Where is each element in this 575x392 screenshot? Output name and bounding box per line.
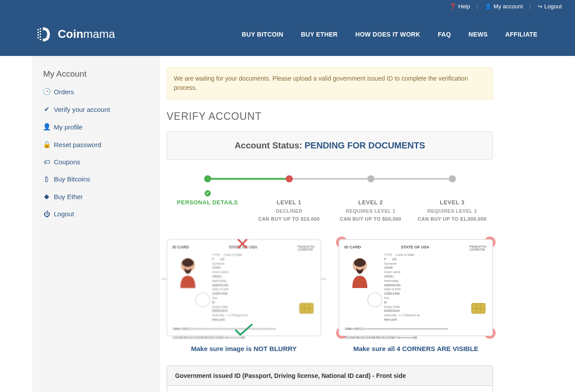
example-blurry: ✕ ID CARDSTATE OF USAPassport No.1234567…: [167, 239, 321, 352]
account-status-box: Account Status: PENDING FOR DOCUMENTS: [167, 131, 493, 160]
step-dot: [367, 175, 374, 182]
logo-text: Coinmama: [58, 27, 115, 41]
id-examples: ✕ ID CARDSTATE OF USAPassport No.1234567…: [167, 239, 493, 352]
main-header: Coinmama BUY BITCOIN BUY ETHER HOW DOES …: [0, 12, 575, 56]
clock-icon: 🕒: [43, 88, 50, 96]
id-card-clear: ID CARDSTATE OF USAPassport No.123456789…: [339, 239, 493, 336]
svg-rect-7: [40, 36, 41, 37]
sidebar-buy-bitcoins[interactable]: ₿Buy Bitcoins: [43, 175, 149, 183]
nav-news[interactable]: NEWS: [469, 31, 488, 38]
example-caption: Make sure image is NOT BLURRY: [167, 345, 321, 352]
nav-affiliate[interactable]: AFFILIATE: [505, 31, 538, 38]
id-photo: [172, 253, 203, 288]
logo[interactable]: Coinmama: [37, 26, 115, 43]
sidebar-logout[interactable]: ⏻Logout: [43, 210, 149, 218]
svg-rect-3: [40, 31, 41, 32]
step-line: [289, 178, 371, 180]
step-title: LEVEL 1: [248, 199, 330, 206]
nav-buy-ether[interactable]: BUY ETHER: [301, 31, 337, 38]
check-icon: ✔: [43, 105, 50, 113]
upload-section: Government issued ID (Passport, Driving …: [167, 366, 493, 392]
step-sub: REQUIRES LEVEL 1: [330, 208, 411, 214]
step-buy-limit: CAN BUY UP TO $1,000,000: [411, 216, 493, 222]
nav-how[interactable]: HOW DOES IT WORK: [355, 31, 420, 38]
sidebar-orders[interactable]: 🕒Orders: [43, 88, 149, 96]
example-corners: ID CARDSTATE OF USAPassport No.123456789…: [339, 239, 493, 352]
id-lbl: Passport No.: [298, 245, 315, 248]
id-val: 123456789: [298, 248, 313, 251]
sidebar-buy-ether[interactable]: ◆Buy Ether: [43, 192, 149, 200]
svg-rect-6: [37, 37, 39, 38]
sidebar-label: Verify your account: [54, 106, 110, 113]
logo-icon: [37, 26, 53, 43]
seal-icon: [367, 292, 382, 307]
logout-label: Logout: [544, 3, 562, 10]
step-dot: [449, 175, 456, 182]
step-sub: DECLINED: [248, 208, 330, 214]
sidebar-label: Buy Ether: [54, 193, 83, 200]
step-personal-details: ✔ PERSONAL DETAILS: [167, 175, 248, 222]
step-line: [208, 178, 289, 180]
nav-faq[interactable]: FAQ: [438, 31, 451, 38]
example-caption: Make sure all 4 CORNERS ARE VISIBLE: [339, 345, 493, 352]
svg-rect-0: [37, 29, 39, 30]
page-title: VERIFY ACCOUNT: [167, 111, 493, 122]
bitcoin-icon: ₿: [43, 175, 50, 183]
step-title: LEVEL 2: [330, 199, 411, 206]
sidebar-label: My profile: [54, 123, 82, 131]
sidebar-label: Coupons: [54, 158, 80, 166]
svg-rect-1: [40, 28, 41, 30]
tag-icon: 🏷: [43, 158, 50, 166]
step-sub: REQUIRES LEVEL 2: [411, 208, 493, 214]
id-header-right: STATE OF USA: [401, 245, 429, 251]
account-sidebar: My Account 🕒Orders ✔Verify your account …: [32, 56, 160, 392]
mrz-line: JOHN<<GRIZLI<<<<<<<<<<<<<<<<<<<<<<<<<<<<…: [344, 327, 487, 331]
step-check-icon: ✔: [205, 190, 211, 196]
lock-icon: 🔒: [43, 141, 50, 148]
svg-rect-8: [40, 39, 41, 40]
logout-link[interactable]: ↪Logout: [538, 3, 562, 10]
ethereum-icon: ◆: [43, 192, 50, 200]
help-icon: ❓: [449, 3, 456, 10]
help-label: Help: [458, 3, 470, 10]
sidebar-reset-password[interactable]: 🔒Reset password: [43, 141, 149, 148]
svg-rect-4: [37, 34, 39, 36]
power-icon: ⏻: [43, 210, 50, 218]
verification-progress: ✔ PERSONAL DETAILS LEVEL 1 DECLINED CAN …: [167, 175, 493, 222]
step-level-2: LEVEL 2 REQUIRES LEVEL 1 CAN BUY UP TO $…: [330, 175, 411, 222]
sidebar-verify[interactable]: ✔Verify your account: [43, 105, 149, 113]
step-buy-limit: CAN BUY UP TO $10,000: [248, 216, 330, 222]
help-link[interactable]: ❓Help: [449, 3, 470, 10]
separator: |: [477, 3, 478, 10]
user-icon: 👤: [485, 3, 492, 10]
step-dot: [286, 175, 293, 182]
status-label: Account Status:: [235, 141, 305, 150]
my-account-link[interactable]: 👤My account: [485, 3, 523, 10]
pending-documents-alert: We are waiting for your documents. Pleas…: [167, 67, 493, 100]
main-content: We are waiting for your documents. Pleas…: [160, 56, 500, 392]
sidebar-profile[interactable]: 👤My profile: [43, 123, 149, 131]
sidebar-coupons[interactable]: 🏷Coupons: [43, 158, 149, 166]
step-line: [371, 178, 452, 180]
step-level-1: LEVEL 1 DECLINED CAN BUY UP TO $10,000: [248, 175, 330, 222]
id-header-left: ID CARD: [344, 245, 361, 251]
id-lbl: Passport No.: [470, 245, 487, 248]
id-header-left: ID CARD: [172, 245, 189, 251]
chip-icon: [471, 303, 485, 314]
sidebar-label: Reset password: [54, 141, 101, 148]
status-value: PENDING FOR DOCUMENTS: [305, 141, 425, 150]
sidebar-label: Orders: [54, 88, 74, 96]
sidebar-label: Buy Bitcoins: [54, 175, 90, 183]
sidebar-label: Logout: [54, 210, 74, 218]
id-photo: [344, 253, 375, 288]
step-level-3: LEVEL 3 REQUIRES LEVEL 2 CAN BUY UP TO $…: [411, 175, 493, 222]
nav-buy-bitcoin[interactable]: BUY BITCOIN: [242, 31, 283, 38]
id-val: 123456789: [470, 248, 485, 251]
step-dot: [204, 175, 211, 182]
top-utility-bar: ❓Help | 👤My account | ↪Logout: [0, 0, 575, 12]
check-icon: [235, 324, 253, 338]
main-nav: BUY BITCOIN BUY ETHER HOW DOES IT WORK F…: [242, 31, 538, 38]
svg-rect-2: [37, 32, 39, 33]
sidebar-title: My Account: [43, 69, 149, 79]
step-title: PERSONAL DETAILS: [167, 199, 248, 206]
